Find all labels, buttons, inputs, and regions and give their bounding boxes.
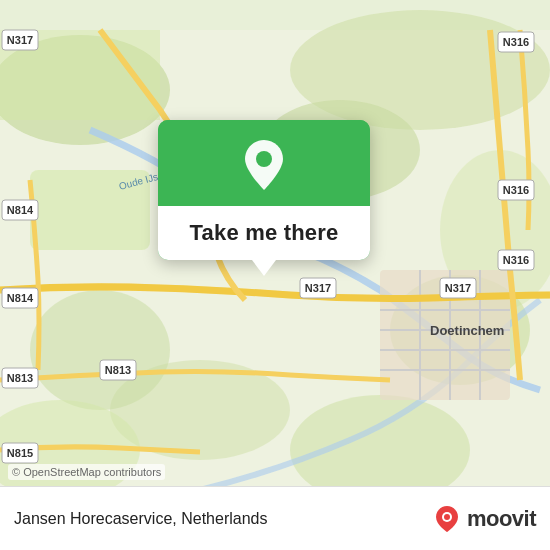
copyright-text: © OpenStreetMap contributors — [8, 464, 165, 480]
svg-text:N317: N317 — [445, 282, 471, 294]
popup-top — [158, 120, 370, 206]
popup-card[interactable]: Take me there — [158, 120, 370, 260]
moovit-logo: moovit — [431, 503, 536, 535]
take-me-there-label: Take me there — [190, 220, 339, 245]
svg-text:N815: N815 — [7, 447, 33, 459]
svg-point-8 — [30, 290, 170, 410]
svg-text:N316: N316 — [503, 254, 529, 266]
svg-text:N814: N814 — [7, 292, 34, 304]
location-pin-icon — [242, 138, 286, 192]
svg-text:N316: N316 — [503, 36, 529, 48]
svg-text:N813: N813 — [105, 364, 131, 376]
svg-point-46 — [444, 514, 450, 520]
moovit-brand-text: moovit — [467, 506, 536, 532]
svg-point-44 — [256, 151, 272, 167]
svg-text:N316: N316 — [503, 184, 529, 196]
bottom-bar: Jansen Horecaservice, Netherlands moovit — [0, 486, 550, 550]
svg-text:N317: N317 — [305, 282, 331, 294]
moovit-brand-icon — [431, 503, 463, 535]
popup-button[interactable]: Take me there — [158, 206, 370, 260]
svg-text:N814: N814 — [7, 204, 34, 216]
location-name: Jansen Horecaservice, Netherlands — [14, 510, 431, 528]
svg-text:Doetinchem: Doetinchem — [430, 323, 504, 338]
map-container: N317 N317 N317 N316 N316 N316 N814 N814 … — [0, 0, 550, 550]
svg-text:N813: N813 — [7, 372, 33, 384]
svg-text:N317: N317 — [7, 34, 33, 46]
